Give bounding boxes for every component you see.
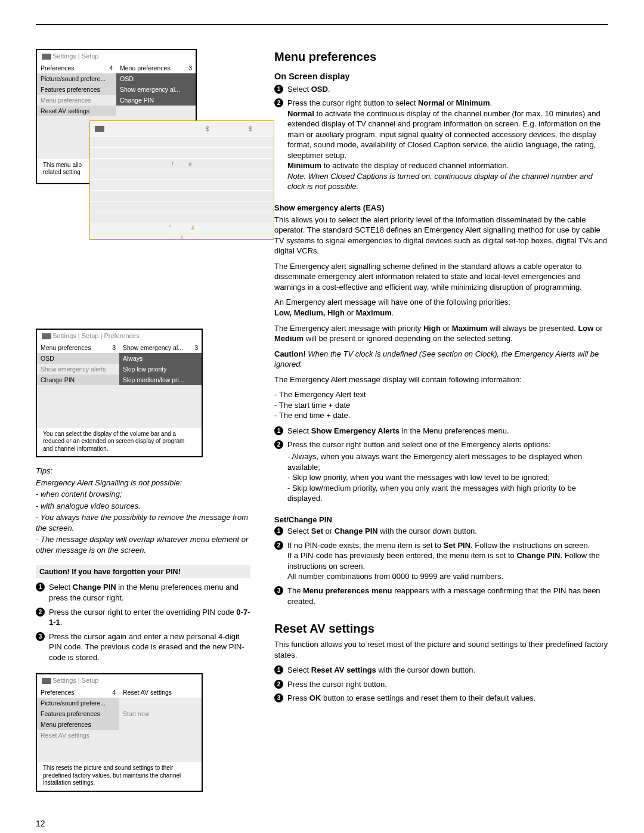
tips-line: - with analogue video sources. [36,501,250,512]
left-column: Settings | Setup Preferences4 Picture/so… [36,49,250,800]
caption-text: You can select the display of the volume… [37,428,202,457]
right-column: Menu preferences On Screen display Selec… [274,49,608,800]
horizontal-rule [36,24,608,25]
step-1: Select Set or Change PIN with the cursor… [274,526,608,537]
list-item: Picture/sound prefere... [37,73,116,84]
eas-info-list: The Emergency Alert text The start time … [274,389,608,421]
step-1: Select Reset AV settings with the cursor… [274,665,608,676]
col-header: Menu preferences [120,64,171,72]
col-badge: 3 [188,64,192,72]
list-item: Show emergency al... [116,84,196,95]
overlay-symbol: $ [249,125,252,134]
tv-icon [95,126,104,132]
osd-steps: Select OSD. Press the cursor right butto… [274,84,608,192]
list-item: Show emergency alerts [37,364,119,374]
body-text: This function allows you to reset most o… [274,639,608,660]
step-1: Select Show Emergency Alerts in the Menu… [274,426,608,436]
body-text: This allows you to select the alert prio… [274,215,608,256]
step-1: Select Change PIN in the Menu preference… [36,582,250,603]
tips-line: Emergency Alert Signalling is not possib… [36,478,250,488]
step-3: Press the cursor again and enter a new p… [36,631,250,663]
list-item: Always [119,353,202,364]
caption-text: related setting [43,169,80,175]
step-3: The Menu preferences menu reappears with… [274,586,608,606]
list-item: Features preferences [37,708,119,719]
step-3: Press OK button to erase settings and re… [274,693,608,704]
tv-icon [42,333,51,339]
caption-text: This resets the picture and sound settin… [37,762,202,791]
breadcrumb: Settings | Setup | Preferences [52,332,140,339]
caption-text: This menu allo [43,162,82,168]
menu-screenshot-3: Settings | Setup Preferences4 Picture/so… [36,673,203,791]
list-item: OSD [116,73,196,84]
page-number: 12 [36,818,608,829]
heading-osd: On Screen display [274,71,608,83]
list-item: Change PIN [116,95,196,106]
overlay-symbol: # [191,225,195,231]
list-item: Reset AV settings [37,730,119,741]
body-text: The Emergency alert message with priorit… [274,323,608,344]
col-badge: 4 [112,688,116,696]
eas-steps: Select Show Emergency Alerts in the Menu… [274,426,608,504]
overlay-symbol: # [188,160,192,168]
list-item: The end time + date. [274,410,608,421]
tips-block: Tips: Emergency Alert Signalling is not … [36,466,250,555]
tips-title: Tips: [36,466,250,476]
col-badge: 3 [112,343,116,352]
step-2: Press the cursor right button and select… [274,439,608,503]
body-text: The Emergency Alert message display will… [274,374,608,385]
overlay-symbol: " [169,225,172,231]
list-item: Always, when you always want the Emergen… [287,451,608,472]
list-item: Skip medium/low pri... [119,374,202,385]
reset-steps: Select Reset AV settings with the cursor… [274,665,608,704]
col-badge: 3 [194,343,198,352]
caution-bar: Caution! If you have forgotten your PIN! [36,565,250,579]
col-header: Preferences [41,688,75,696]
list-item: Menu preferences [37,95,116,106]
overlay-symbol: ! [172,160,174,168]
list-item: Change PIN [37,374,119,385]
tv-icon [42,678,51,684]
caution-text: Caution! When the TV clock is undefined … [274,349,608,370]
two-column-layout: Settings | Setup Preferences4 Picture/so… [36,49,608,800]
overlay-symbol: $ [206,125,209,134]
heading-menu-preferences: Menu preferences [274,49,608,65]
heading-eas: Show emergency alerts (EAS) [274,203,608,213]
list-item: Features preferences [37,84,116,95]
overlay-symbol: # [180,235,184,241]
body-text: The Emergency alert signalling scheme de… [274,261,608,293]
list-item: Start now [119,708,202,719]
note-text: Note: When Closed Captions is turned on,… [287,172,593,191]
step-2: If no PIN-code exists, the menu item is … [274,540,608,582]
list-item: Skip low priority, when you want the mes… [287,472,608,483]
col-header: Show emergency al... [123,343,183,352]
breadcrumb: Settings | Setup [52,677,98,684]
menu-screenshot-2: Settings | Setup | Preferences Menu pref… [36,329,203,457]
breadcrumb: Settings | Setup [52,52,98,60]
pin-steps: Select Set or Change PIN with the cursor… [274,526,608,606]
tips-line: - You always have the possibility to rem… [36,512,250,533]
col-header: Menu preferences [41,343,91,352]
col-header: Preferences [41,64,75,72]
list-item: Picture/sound prefere... [37,698,119,708]
col-badge: 4 [109,64,113,72]
heading-set-change-pin: Set/Change PIN [274,515,608,525]
body-text: An Emergency alert message will have one… [274,297,608,318]
step-2: Press the cursor right to enter the over… [36,607,250,628]
tv-icon [42,54,51,60]
list-item: The Emergency Alert text [274,389,608,400]
list-item: The start time + date [274,400,608,411]
list-item: Skip low/medium priority, when you only … [287,483,608,504]
list-item: Menu preferences [37,719,119,730]
list-item: OSD [37,353,119,364]
list-item: Reset AV settings [37,106,116,116]
step-1: Select OSD. [274,84,608,95]
menu-screenshot-1-wrap: Settings | Setup Preferences4 Picture/so… [36,49,250,318]
tips-line: - The message display will overlap whate… [36,534,250,555]
step-2: Press the cursor right button to select … [274,98,608,192]
heading-reset-av: Reset AV settings [274,621,608,637]
overlay-popup: $ $ ! # " # # [89,120,274,240]
col-header: Reset AV settings [123,688,172,696]
pin-recovery-steps: Select Change PIN in the Menu preference… [36,582,250,662]
tips-line: - when content browsing; [36,489,250,500]
